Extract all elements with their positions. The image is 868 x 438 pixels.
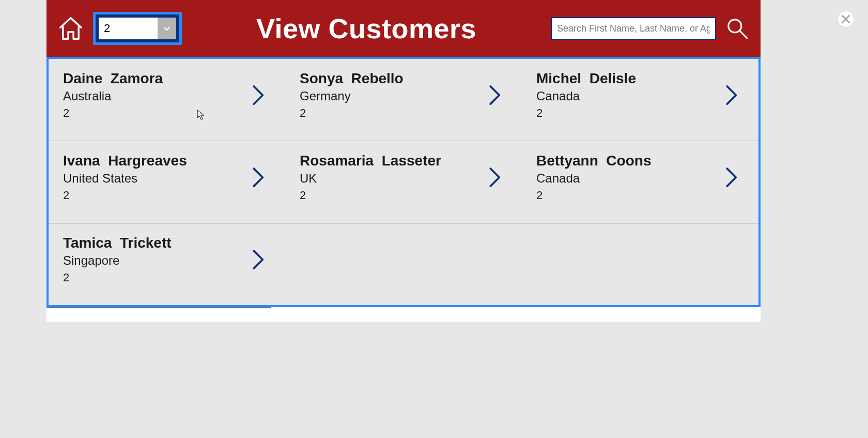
- customer-country: Germany: [300, 89, 483, 103]
- footer-underline: [47, 307, 271, 308]
- chevron-down-icon: [162, 24, 172, 33]
- chevron-right-icon: [251, 166, 267, 189]
- filter-caret: [158, 18, 176, 39]
- customer-name: Rosamaria Lasseter: [300, 153, 483, 169]
- customer-name: Daine Zamora: [63, 70, 246, 87]
- open-customer-chevron[interactable]: [251, 166, 267, 189]
- footer-strip: [47, 307, 761, 322]
- open-customer-chevron[interactable]: [488, 166, 503, 189]
- customer-card[interactable]: Tamica TrickettSingapore2: [49, 223, 285, 305]
- search-button[interactable]: [724, 16, 750, 41]
- customer-age: 2: [536, 107, 719, 120]
- customer-name: Ivana Hargreaves: [63, 153, 246, 169]
- open-customer-chevron[interactable]: [724, 84, 740, 107]
- customer-name: Michel Delisle: [536, 70, 719, 87]
- search-input[interactable]: [551, 17, 716, 40]
- chevron-right-icon: [251, 248, 267, 271]
- customer-info: Michel DelisleCanada2: [536, 70, 719, 120]
- customer-age: 2: [300, 189, 483, 202]
- open-customer-chevron[interactable]: [251, 248, 267, 271]
- customer-info: Ivana HargreavesUnited States2: [63, 153, 246, 202]
- app-frame: 2 View Customers Daine ZamoraAustralia2S…: [47, 0, 761, 322]
- customer-age: 2: [63, 271, 246, 284]
- svg-line-3: [740, 31, 747, 38]
- customer-card[interactable]: Michel DelisleCanada2: [522, 59, 758, 141]
- customer-country: Singapore: [63, 253, 246, 268]
- app-header: 2 View Customers: [47, 0, 761, 57]
- close-icon: [838, 11, 854, 27]
- search-icon: [724, 16, 750, 41]
- customer-country: United States: [63, 171, 246, 186]
- chevron-right-icon: [488, 84, 503, 107]
- customer-card[interactable]: Rosamaria LasseterUK2: [285, 141, 522, 223]
- open-customer-chevron[interactable]: [251, 84, 267, 107]
- customer-info: Rosamaria LasseterUK2: [300, 153, 483, 202]
- customer-list: Daine ZamoraAustralia2Sonya RebelloGerma…: [49, 59, 758, 305]
- chevron-right-icon: [724, 84, 740, 107]
- customer-card[interactable]: Ivana HargreavesUnited States2: [49, 141, 285, 223]
- filter-value: 2: [99, 18, 158, 39]
- home-button[interactable]: [57, 14, 85, 42]
- customer-age: 2: [300, 107, 483, 120]
- customer-info: Bettyann CoonsCanada2: [536, 153, 719, 202]
- customer-country: UK: [300, 171, 483, 186]
- filter-dropdown[interactable]: 2: [99, 18, 176, 39]
- close-button[interactable]: [838, 11, 854, 27]
- chevron-right-icon: [488, 166, 503, 189]
- home-icon: [57, 14, 85, 42]
- open-customer-chevron[interactable]: [724, 166, 740, 189]
- open-customer-chevron[interactable]: [488, 84, 503, 107]
- page-title: View Customers: [190, 12, 542, 44]
- customer-name: Bettyann Coons: [536, 153, 719, 169]
- customer-country: Australia: [63, 89, 246, 103]
- customer-age: 2: [63, 189, 246, 202]
- customer-age: 2: [536, 189, 719, 202]
- customer-info: Tamica TrickettSingapore2: [63, 235, 246, 284]
- customer-country: Canada: [536, 171, 719, 186]
- customer-country: Canada: [536, 89, 719, 103]
- customer-name: Tamica Trickett: [63, 235, 246, 251]
- customer-card[interactable]: Daine ZamoraAustralia2: [49, 59, 285, 141]
- chevron-right-icon: [724, 166, 740, 189]
- customer-card[interactable]: Sonya RebelloGermany2: [285, 59, 522, 141]
- customer-card[interactable]: Bettyann CoonsCanada2: [522, 141, 758, 223]
- customer-list-highlight: Daine ZamoraAustralia2Sonya RebelloGerma…: [47, 57, 761, 307]
- customer-age: 2: [63, 107, 246, 120]
- chevron-right-icon: [251, 84, 267, 107]
- filter-dropdown-highlight: 2: [93, 12, 182, 45]
- customer-name: Sonya Rebello: [300, 70, 483, 87]
- customer-info: Daine ZamoraAustralia2: [63, 70, 246, 120]
- customer-info: Sonya RebelloGermany2: [300, 70, 483, 120]
